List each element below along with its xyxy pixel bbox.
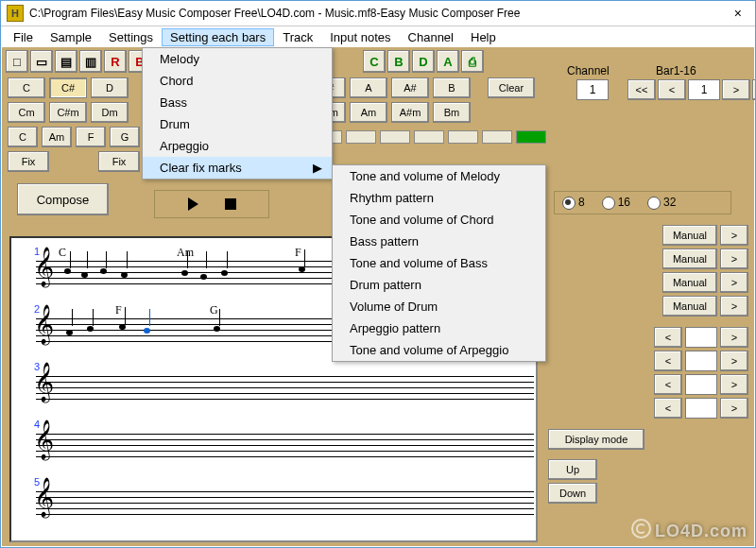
mi-tone-vol-bass[interactable]: Tone and volume of Bass: [333, 252, 545, 274]
spin-4-val[interactable]: [685, 398, 717, 419]
mi-tone-vol-chord[interactable]: Tone and volume of Chord: [333, 209, 545, 231]
mi-chord[interactable]: Chord: [143, 70, 332, 92]
chord-csharp[interactable]: C#: [49, 77, 87, 98]
bar-chord-3[interactable]: F: [76, 127, 106, 147]
manual-2-gt[interactable]: >: [720, 248, 748, 269]
manual-3[interactable]: Manual: [662, 272, 717, 293]
client-area: □ ▭ ▤ ▥ R B C B D A ⎙ C C# D G G# A A# B…: [2, 47, 754, 546]
bar-first[interactable]: <<: [627, 79, 656, 100]
staff-3: 3 𝄞: [11, 359, 536, 411]
menu-settings[interactable]: Settings: [100, 28, 162, 46]
chord-a[interactable]: A: [350, 77, 387, 98]
manual-2[interactable]: Manual: [662, 248, 717, 269]
mi-tone-vol-melody[interactable]: Tone and volume of Melody: [333, 165, 545, 187]
manual-3-gt[interactable]: >: [720, 272, 748, 293]
submenu-arrow-icon: ▶: [313, 161, 322, 175]
mi-vol-drum[interactable]: Volume of Drum: [333, 296, 545, 317]
tool-open[interactable]: ▭: [30, 50, 53, 73]
spin-1-gt[interactable]: >: [720, 327, 748, 348]
barcount-panel: 8 16 32: [554, 191, 731, 214]
up-button[interactable]: Up: [548, 459, 597, 480]
bar-chord-2[interactable]: Am: [42, 127, 72, 147]
transport-panel: [154, 190, 269, 218]
menu-channel[interactable]: Channel: [400, 28, 462, 46]
spin-1-lt[interactable]: <: [654, 327, 682, 348]
radio-32[interactable]: 32: [647, 196, 676, 210]
chord-c[interactable]: C: [8, 77, 45, 98]
chord-asm[interactable]: A#m: [391, 102, 429, 123]
mi-bass[interactable]: Bass: [143, 92, 332, 113]
spin-3-gt[interactable]: >: [720, 374, 748, 395]
chord-cm[interactable]: Cm: [8, 102, 45, 123]
mi-drum[interactable]: Drum: [143, 113, 332, 135]
tool-save2[interactable]: ▥: [79, 50, 102, 73]
tool-metronome[interactable]: ⎙: [461, 50, 484, 73]
manual-4[interactable]: Manual: [662, 296, 717, 317]
radio-16[interactable]: 16: [602, 196, 630, 210]
spin-2-lt[interactable]: <: [654, 351, 682, 371]
chord-d[interactable]: D: [91, 77, 129, 98]
channel-field[interactable]: 1: [576, 79, 609, 100]
mi-clear-fix-marks[interactable]: Clear fix marks▶: [143, 157, 332, 179]
spin-2-val[interactable]: [685, 351, 717, 371]
tool-new[interactable]: □: [6, 50, 28, 73]
radio-8[interactable]: 8: [562, 196, 585, 210]
spin-4-gt[interactable]: >: [720, 398, 748, 419]
spin-4-lt[interactable]: <: [654, 398, 682, 419]
bar-prev[interactable]: <: [658, 79, 686, 100]
down-button[interactable]: Down: [548, 483, 597, 504]
tool-d[interactable]: D: [412, 50, 435, 73]
play-button[interactable]: [188, 197, 198, 211]
clear-button[interactable]: Clear: [488, 77, 535, 98]
mi-arpeggio[interactable]: Arpeggio: [143, 135, 332, 157]
mi-bass-pattern[interactable]: Bass pattern: [333, 231, 545, 252]
chord-asharp[interactable]: A#: [391, 77, 429, 98]
menu-bar: File Sample Settings Setting each bars T…: [1, 26, 755, 47]
tool-c[interactable]: C: [363, 50, 386, 73]
bar-chord-4[interactable]: G: [110, 127, 140, 147]
mi-rhythm-pattern[interactable]: Rhythm pattern: [333, 187, 545, 209]
chord-b[interactable]: B: [433, 77, 471, 98]
mi-drum-pattern[interactable]: Drum pattern: [333, 274, 545, 296]
fix-button-1[interactable]: Fix: [8, 151, 49, 172]
spin-3-val[interactable]: [685, 374, 717, 395]
spin-3-lt[interactable]: <: [654, 374, 682, 395]
bar-label: Bar1-16: [656, 64, 696, 77]
staff2-chord-f: F: [115, 303, 122, 317]
menu-file[interactable]: File: [5, 28, 42, 46]
chord-am[interactable]: Am: [350, 102, 387, 123]
compose-button[interactable]: Compose: [17, 183, 109, 215]
fix-button-2[interactable]: Fix: [98, 151, 140, 172]
close-button[interactable]: ×: [727, 6, 749, 21]
manual-1[interactable]: Manual: [662, 225, 717, 246]
chord-csm[interactable]: C#m: [49, 102, 87, 123]
menu-setting-each-bars[interactable]: Setting each bars: [162, 28, 274, 46]
tool-a[interactable]: A: [437, 50, 459, 73]
menu-sample[interactable]: Sample: [42, 28, 100, 46]
menu-help[interactable]: Help: [462, 28, 505, 46]
bar-field[interactable]: 1: [688, 79, 720, 100]
spin-1-val[interactable]: [685, 327, 717, 348]
mi-tone-vol-arpeggio[interactable]: Tone and volume of Arpeggio: [333, 339, 545, 361]
mi-melody[interactable]: Melody: [143, 48, 332, 70]
display-mode-button[interactable]: Display mode: [548, 429, 644, 450]
tool-save[interactable]: ▤: [55, 50, 77, 73]
chord-dm[interactable]: Dm: [91, 102, 129, 123]
manual-4-gt[interactable]: >: [720, 296, 748, 317]
bar-last[interactable]: >>: [752, 79, 756, 100]
manual-1-gt[interactable]: >: [720, 225, 748, 246]
menu-track[interactable]: Track: [274, 28, 321, 46]
staff1-chord-f: F: [295, 246, 301, 260]
spin-2-gt[interactable]: >: [720, 351, 748, 371]
level-6: [448, 130, 478, 144]
chord-bm[interactable]: Bm: [433, 102, 471, 123]
window-title: C:\Program Files\Easy Music Composer Fre…: [29, 7, 520, 20]
menu-input-notes[interactable]: Input notes: [321, 28, 399, 46]
stop-button[interactable]: [225, 198, 236, 210]
bar-chord-1[interactable]: C: [8, 127, 38, 147]
channel-label: Channel: [567, 64, 610, 77]
bar-next[interactable]: >: [722, 79, 750, 100]
mi-arpeggio-pattern[interactable]: Arpeggio pattern: [333, 317, 545, 339]
tool-r[interactable]: R: [104, 50, 127, 73]
tool-b-green[interactable]: B: [387, 50, 410, 73]
